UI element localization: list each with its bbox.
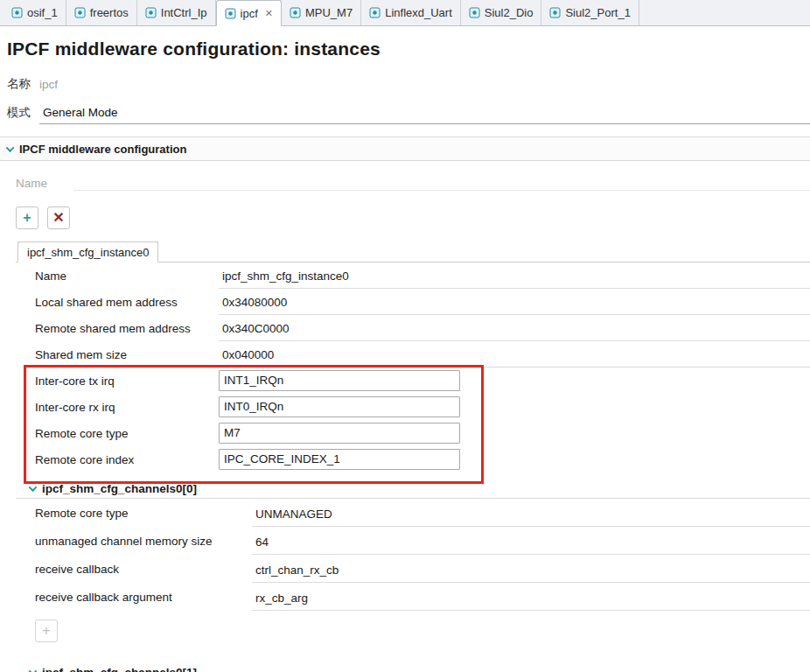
property-value-field[interactable]: IPC_CORE_INDEX_1 <box>219 449 460 470</box>
property-value-field[interactable]: 0x340C0000 <box>219 317 810 341</box>
table-row: receive callback argument rx_cb_arg <box>16 583 810 611</box>
property-label: Remote core type <box>16 427 219 440</box>
section-title: IPCF middleware configuration <box>19 143 186 156</box>
instance-toolbar: + ✕ <box>16 206 810 229</box>
tab-label: Linflexd_Uart <box>385 6 452 19</box>
config-file-icon <box>145 7 157 18</box>
section-ipcf-shm-cfg-channels0-0[interactable]: ipcf_shm_cfg_channels0[0] <box>16 480 810 499</box>
property-value-field[interactable]: ipcf_shm_cfg_instance0 <box>219 264 810 289</box>
name-label: 名称 <box>7 76 31 92</box>
table-row: Inter-core tx irq INT1_IRQn <box>16 368 810 394</box>
instance-properties: Name ipcf_shm_cfg_instance0 Local shared… <box>16 262 810 472</box>
table-row: Name ipcf_shm_cfg_instance0 <box>16 262 810 289</box>
property-value-field[interactable]: INT1_IRQn <box>219 370 460 391</box>
property-value-field[interactable]: 64 <box>252 530 810 555</box>
name-value: ipcf <box>39 78 58 91</box>
tab-label: osif_1 <box>27 6 58 19</box>
config-file-icon <box>469 7 480 18</box>
property-value-field[interactable]: UNMANAGED <box>252 502 810 527</box>
config-file-icon <box>11 7 23 18</box>
add-instance-button[interactable]: + <box>16 206 38 229</box>
chevron-down-icon <box>29 483 38 492</box>
property-label: unmanaged channel memory size <box>16 535 252 548</box>
tab-label: ipcf <box>241 7 258 20</box>
table-row: Shared mem size 0x040000 <box>16 341 810 368</box>
tab-label: Siul2_Port_1 <box>565 6 630 19</box>
tab-intctrl-ip[interactable]: IntCtrl_Ip <box>137 0 216 25</box>
section-body: Name + ✕ ipcf_shm_cfg_instance0 Name ipc… <box>0 175 810 672</box>
tab-ipcf-active[interactable]: ipcf ✕ <box>216 0 282 26</box>
mode-row: 模式 General Mode <box>0 100 810 126</box>
config-file-icon <box>74 7 86 18</box>
property-label: receive callback argument <box>16 591 252 604</box>
tab-label: IntCtrl_Ip <box>161 6 207 19</box>
subsection-title: ipcf_shm_cfg_channels0[1] <box>42 666 197 672</box>
config-file-icon <box>290 7 301 18</box>
subsection-title: ipcf_shm_cfg_channels0[0] <box>42 482 197 495</box>
property-label: Local shared mem address <box>16 296 219 309</box>
property-value-field[interactable]: rx_cb_arg <box>252 586 810 611</box>
section-ipcf-shm-cfg-channels0-1[interactable]: ipcf_shm_cfg_channels0[1] <box>16 663 810 672</box>
table-row: Remote core type M7 <box>16 420 810 446</box>
tab-mpu-m7[interactable]: MPU_M7 <box>282 0 361 25</box>
table-row: Remote shared mem address 0x340C0000 <box>16 315 810 341</box>
channels0-properties: Remote core type UNMANAGED unmanaged cha… <box>16 499 810 611</box>
config-file-icon <box>369 7 381 18</box>
config-file-icon <box>225 8 236 19</box>
instance-name-label: Name <box>16 177 47 190</box>
chevron-down-icon <box>6 144 15 152</box>
property-value-field[interactable]: ctrl_chan_rx_cb <box>252 558 810 583</box>
channels0-toolbar: + <box>35 620 810 642</box>
app-window: osif_1 freertos IntCtrl_Ip ipcf ✕ MPU_M7… <box>0 0 810 672</box>
mode-field[interactable]: General Mode <box>39 102 810 124</box>
section-ipcf-middleware-configuration[interactable]: IPCF middleware configuration <box>0 136 810 161</box>
tab-close-icon[interactable]: ✕ <box>265 8 273 19</box>
table-row: receive callback ctrl_chan_rx_cb <box>16 555 810 583</box>
property-label: Shared mem size <box>16 348 219 361</box>
table-row: Inter-core rx irq INT0_IRQn <box>16 394 810 420</box>
chevron-down-icon <box>29 667 38 672</box>
property-label: Inter-core tx irq <box>16 374 219 388</box>
property-value-field[interactable]: 0x040000 <box>219 343 810 368</box>
tab-linflexd-uart[interactable]: Linflexd_Uart <box>361 0 461 25</box>
table-row: Remote core index IPC_CORE_INDEX_1 <box>16 446 810 472</box>
property-value-field[interactable]: 0x34080000 <box>219 290 810 315</box>
tab-label: MPU_M7 <box>305 6 353 19</box>
table-row: Local shared mem address 0x34080000 <box>16 289 810 315</box>
mode-label: 模式 <box>7 105 31 121</box>
tab-label: freertos <box>90 6 129 19</box>
tab-osif_1[interactable]: osif_1 <box>3 0 66 25</box>
property-label: Name <box>16 270 219 283</box>
tab-siul2-dio[interactable]: Siul2_Dio <box>461 0 542 25</box>
table-row: unmanaged channel memory size 64 <box>16 527 810 555</box>
instance-name-field[interactable] <box>73 175 810 191</box>
tab-siul2-port-1[interactable]: Siul2_Port_1 <box>541 0 639 25</box>
property-value-field[interactable]: INT0_IRQn <box>219 396 460 417</box>
instance-tab-ipcf-shm-cfg-instance0[interactable]: ipcf_shm_cfg_instance0 <box>17 242 158 262</box>
property-label: Remote core type <box>16 507 252 520</box>
property-label: receive callback <box>16 563 252 576</box>
property-label: Remote shared mem address <box>16 322 219 335</box>
config-file-icon <box>549 7 561 18</box>
page-title: IPCF middleware configuration: instances <box>0 26 810 60</box>
add-channel-button-disabled[interactable]: + <box>35 620 58 642</box>
editor-tabbar: osif_1 freertos IntCtrl_Ip ipcf ✕ MPU_M7… <box>0 0 810 26</box>
property-label: Remote core index <box>16 453 219 466</box>
component-name-row: 名称 ipcf <box>0 75 810 93</box>
instance-name-row: Name <box>16 175 810 191</box>
table-row: Remote core type UNMANAGED <box>16 499 810 527</box>
property-value-field[interactable]: M7 <box>219 423 460 444</box>
property-label: Inter-core rx irq <box>16 401 219 414</box>
tab-freertos[interactable]: freertos <box>66 0 137 25</box>
tab-label: Siul2_Dio <box>485 6 534 19</box>
remove-instance-button[interactable]: ✕ <box>47 206 70 229</box>
